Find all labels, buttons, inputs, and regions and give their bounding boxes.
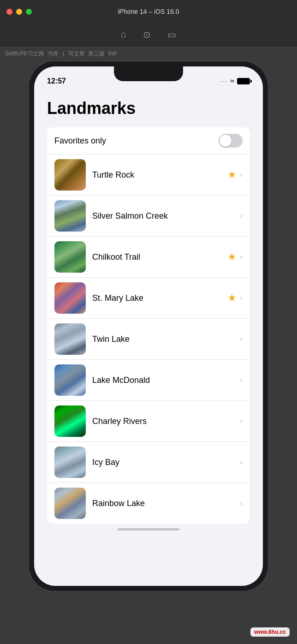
tab-separator: | [61, 50, 66, 57]
signal-icon: ··· [221, 79, 227, 84]
chevron-right-icon: › [240, 335, 243, 343]
status-icons: ··· ≈ [221, 77, 250, 85]
list-item[interactable]: Twin Lake › [47, 319, 250, 360]
favorite-star-icon: ★ [227, 169, 237, 181]
landmark-image-chilkoot [54, 241, 86, 273]
favorite-star-icon: ★ [227, 292, 237, 304]
landmark-image-st-mary [54, 282, 86, 314]
list-item[interactable]: Charley Rivers › [47, 401, 250, 442]
favorite-star-icon: ★ [227, 251, 237, 263]
favorites-row: Favorites only [47, 127, 250, 155]
app-content: Landmarks Favorites only Turtle Rock ★ [34, 89, 263, 531]
home-indicator [118, 528, 179, 531]
landmark-image-lake-mcdonald [54, 364, 86, 396]
landmark-image-charley-rivers [54, 405, 86, 437]
landmark-name: Lake McDonald [92, 376, 240, 385]
landmark-name: St. Mary Lake [92, 293, 227, 303]
list-item[interactable]: Chilkoot Trail ★ › [47, 237, 250, 278]
maximize-button[interactable] [26, 9, 32, 15]
landmark-image-twin-lake [54, 323, 86, 355]
list-item[interactable]: Rainbow Lake › [47, 483, 250, 524]
watermark: www.6hu.cc [250, 627, 290, 637]
screenshot-icon[interactable]: ⊙ [143, 29, 151, 40]
chevron-right-icon: › [240, 417, 243, 425]
wifi-icon: ≈ [230, 77, 234, 85]
battery-icon [237, 78, 250, 84]
phone-wrapper: 12:57 ··· ≈ Landmarks Favorites only [29, 61, 268, 591]
home-icon[interactable]: ⌂ [121, 29, 126, 40]
notch [114, 66, 183, 81]
mac-titlebar: iPhone 14 – iOS 16.0 [0, 0, 297, 23]
toggle-knob [220, 135, 232, 147]
chevron-right-icon: › [240, 212, 243, 220]
chevron-right-icon: › [240, 294, 243, 302]
phone-bezel: 12:57 ··· ≈ Landmarks Favorites only [29, 61, 268, 591]
landmark-name: Rainbow Lake [92, 499, 240, 508]
landmark-image-icy-bay [54, 447, 86, 478]
landmark-name: Chilkoot Trail [92, 252, 227, 262]
list-item[interactable]: St. Mary Lake ★ › [47, 278, 250, 319]
tab-write[interactable]: 写文章 第三篇 SW [68, 50, 117, 58]
phone-screen: 12:57 ··· ≈ Landmarks Favorites only [34, 66, 263, 586]
landmark-name: Icy Bay [92, 458, 240, 467]
list-item[interactable]: Silver Salmon Creek › [47, 196, 250, 237]
landmark-name: Turtle Rock [92, 170, 227, 180]
status-time: 12:57 [47, 77, 66, 85]
list-item[interactable]: Icy Bay › [47, 442, 250, 483]
traffic-lights [6, 9, 32, 15]
favorites-label: Favorites only [54, 136, 106, 146]
favorites-toggle[interactable] [219, 134, 243, 148]
landmarks-list: Favorites only Turtle Rock ★ › [47, 127, 250, 524]
window-title: iPhone 14 – iOS 16.0 [118, 8, 179, 15]
chevron-right-icon: › [240, 171, 243, 179]
app-title: Landmarks [45, 99, 252, 118]
chevron-right-icon: › [240, 458, 243, 466]
list-item[interactable]: Turtle Rock ★ › [47, 155, 250, 196]
landmark-image-silver-salmon [54, 200, 86, 232]
tab-bar: SwiftUI学习之路 书库 | 写文章 第三篇 SW [0, 46, 297, 61]
landmark-name: Silver Salmon Creek [92, 211, 240, 221]
list-item[interactable]: Lake McDonald › [47, 360, 250, 401]
window-icon[interactable]: ▭ [167, 29, 176, 40]
chevron-right-icon: › [240, 499, 243, 507]
chevron-right-icon: › [240, 376, 243, 384]
mac-toolbar: ⌂ ⊙ ▭ [0, 23, 297, 46]
landmark-name: Charley Rivers [92, 417, 240, 426]
landmark-name: Twin Lake [92, 334, 240, 344]
chevron-right-icon: › [240, 253, 243, 261]
close-button[interactable] [6, 9, 12, 15]
minimize-button[interactable] [16, 9, 22, 15]
tab-swift[interactable]: SwiftUI学习之路 书库 [5, 50, 59, 58]
landmark-image-rainbow-lake [54, 488, 86, 519]
landmark-image-turtle-rock [54, 159, 86, 191]
